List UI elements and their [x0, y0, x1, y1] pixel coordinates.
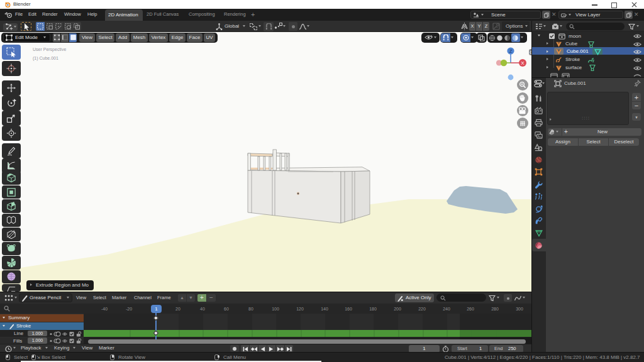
- svg-text:X: X: [521, 60, 525, 66]
- svg-text:Z: Z: [509, 48, 513, 54]
